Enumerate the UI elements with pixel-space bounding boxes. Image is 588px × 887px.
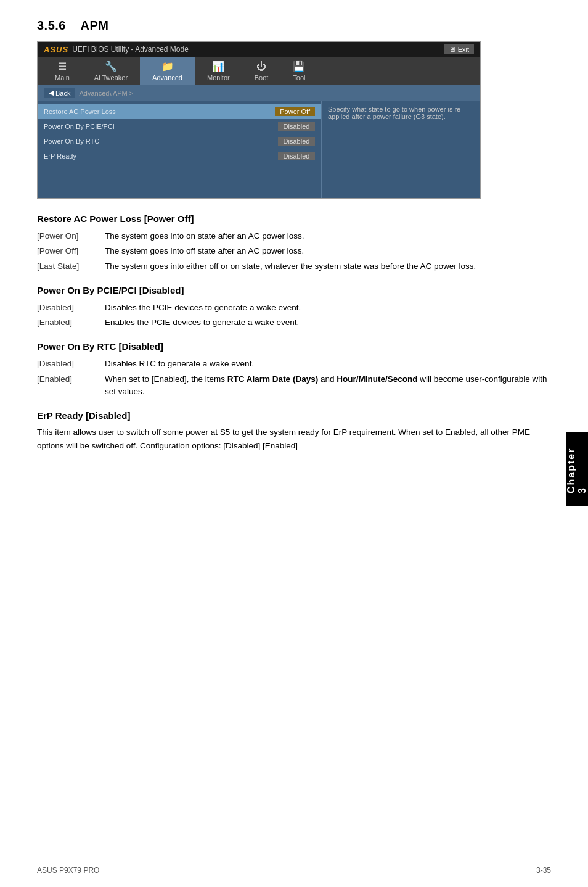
doc-heading-restore-ac: Restore AC Power Loss [Power Off]: [37, 213, 551, 224]
doc-row: [Disabled] Disables RTC to generate a wa…: [37, 357, 551, 371]
tool-label: Tool: [293, 74, 305, 81]
bios-logo-text: ASUS: [44, 45, 68, 54]
doc-key: [Disabled]: [37, 300, 105, 315]
doc-row: [Power On] The system goes into on state…: [37, 229, 551, 244]
nav-tab-advanced[interactable]: 📁 Advanced: [140, 57, 195, 85]
section-heading: 3.5.6 APM: [37, 19, 551, 33]
doc-table-power-rtc: [Disabled] Disables RTC to generate a wa…: [37, 357, 551, 399]
bios-help-text: Specify what state to go to when power i…: [321, 101, 480, 198]
bios-topbar: ASUS UEFI BIOS Utility - Advanced Mode 🖥…: [38, 42, 480, 57]
doc-desc: Enables the PCIE devices to generate a w…: [105, 315, 551, 330]
boot-icon: ⏻: [256, 61, 266, 72]
doc-key: [Enabled]: [37, 315, 105, 330]
doc-key: [Disabled]: [37, 357, 105, 371]
bios-row-power-rtc[interactable]: Power On By RTC Disabled: [38, 134, 321, 149]
exit-label: Exit: [458, 46, 469, 53]
doc-heading-erp-ready: ErP Ready [Disabled]: [37, 410, 551, 421]
back-label: Back: [55, 89, 70, 97]
bios-settings-list: Restore AC Power Loss Power Off Power On…: [38, 101, 321, 198]
doc-key: [Enabled]: [37, 372, 105, 400]
nav-tab-ai-tweaker[interactable]: 🔧 Ai Tweaker: [82, 57, 140, 85]
nav-tab-boot[interactable]: ⏻ Boot: [242, 57, 281, 85]
footer-left: ASUS P9X79 PRO: [37, 866, 99, 875]
doc-key: [Power On]: [37, 229, 105, 244]
doc-desc: Disables RTC to generate a wake event.: [105, 357, 551, 371]
erp-ready-label: ErP Ready: [44, 152, 76, 160]
bios-logo: ASUS UEFI BIOS Utility - Advanced Mode: [44, 45, 189, 54]
section-title: APM: [80, 19, 108, 32]
power-pcie-value: Disabled: [278, 122, 315, 131]
bios-row-restore-ac[interactable]: Restore AC Power Loss Power Off: [38, 104, 321, 119]
monitor-label: Monitor: [207, 74, 230, 81]
bios-title-text: UEFI BIOS Utility - Advanced Mode: [72, 45, 189, 54]
doc-desc: The system goes into on state after an A…: [105, 229, 551, 244]
doc-row: [Disabled] Disables the PCIE devices to …: [37, 300, 551, 315]
nav-tab-monitor[interactable]: 📊 Monitor: [195, 57, 242, 85]
exit-icon: 🖥: [449, 46, 455, 53]
doc-section-erp-ready: ErP Ready [Disabled] This item allows us…: [37, 410, 551, 452]
footer-right: 3-35: [536, 866, 551, 875]
section-number: 3.5.6: [37, 19, 66, 32]
doc-key: [Power Off]: [37, 244, 105, 258]
monitor-icon: 📊: [212, 60, 224, 72]
power-pcie-label: Power On By PCIE/PCI: [44, 123, 115, 130]
doc-row: [Last State] The system goes into either…: [37, 259, 551, 274]
bios-nav: ☰ Main 🔧 Ai Tweaker 📁 Advanced 📊 Monitor…: [38, 57, 480, 85]
doc-heading-power-rtc: Power On By RTC [Disabled]: [37, 341, 551, 352]
help-text-content: Specify what state to go to when power i…: [328, 105, 463, 120]
doc-desc: The system goes into either off or on st…: [105, 259, 551, 274]
doc-text-erp-ready: This item allows user to switch off some…: [37, 426, 551, 452]
doc-row: [Enabled] Enables the PCIE devices to ge…: [37, 315, 551, 330]
back-arrow-icon: ◀: [49, 89, 54, 97]
bios-row-erp-ready[interactable]: ErP Ready Disabled: [38, 149, 321, 163]
doc-heading-power-pcie: Power On By PCIE/PCI [Disabled]: [37, 285, 551, 295]
doc-desc: The system goes into off state after an …: [105, 244, 551, 258]
doc-key: [Last State]: [37, 259, 105, 274]
page-footer: ASUS P9X79 PRO 3-35: [37, 862, 551, 875]
bios-row-power-pcie[interactable]: Power On By PCIE/PCI Disabled: [38, 119, 321, 134]
nav-tab-main[interactable]: ☰ Main: [43, 57, 82, 85]
doc-desc: Disables the PCIE devices to generate a …: [105, 300, 551, 315]
doc-row: [Enabled] When set to [Enabled], the ite…: [37, 372, 551, 400]
tool-icon: 💾: [293, 60, 305, 72]
nav-tab-tool[interactable]: 💾 Tool: [280, 57, 317, 85]
doc-section-power-rtc: Power On By RTC [Disabled] [Disabled] Di…: [37, 341, 551, 399]
back-button[interactable]: ◀ Back: [44, 88, 75, 98]
restore-ac-value: Power Off: [275, 107, 315, 116]
boot-label: Boot: [255, 74, 269, 81]
doc-table-power-pcie: [Disabled] Disables the PCIE devices to …: [37, 300, 551, 331]
ai-tweaker-icon: 🔧: [105, 60, 117, 72]
chapter-tab: Chapter 3: [566, 432, 588, 506]
erp-ready-value: Disabled: [278, 152, 315, 160]
doc-section-power-pcie: Power On By PCIE/PCI [Disabled] [Disable…: [37, 285, 551, 331]
bios-breadcrumb: ◀ Back Advanced\ APM >: [38, 85, 480, 101]
main-icon: ☰: [58, 60, 67, 72]
ai-tweaker-label: Ai Tweaker: [94, 74, 128, 81]
bios-screenshot: ASUS UEFI BIOS Utility - Advanced Mode 🖥…: [37, 41, 481, 199]
breadcrumb-path: Advanced\ APM >: [79, 89, 133, 97]
doc-table-restore-ac: [Power On] The system goes into on state…: [37, 229, 551, 274]
power-rtc-label: Power On By RTC: [44, 138, 99, 145]
doc-row: [Power Off] The system goes into off sta…: [37, 244, 551, 258]
doc-section-restore-ac: Restore AC Power Loss [Power Off] [Power…: [37, 213, 551, 274]
advanced-label: Advanced: [152, 74, 182, 81]
power-rtc-value: Disabled: [278, 137, 315, 146]
main-label: Main: [55, 74, 70, 81]
restore-ac-label: Restore AC Power Loss: [44, 108, 116, 115]
bios-exit-button[interactable]: 🖥 Exit: [444, 44, 474, 54]
advanced-icon: 📁: [161, 60, 174, 72]
doc-desc: When set to [Enabled], the items RTC Ala…: [105, 372, 551, 400]
bios-main-content: Restore AC Power Loss Power Off Power On…: [38, 101, 480, 198]
